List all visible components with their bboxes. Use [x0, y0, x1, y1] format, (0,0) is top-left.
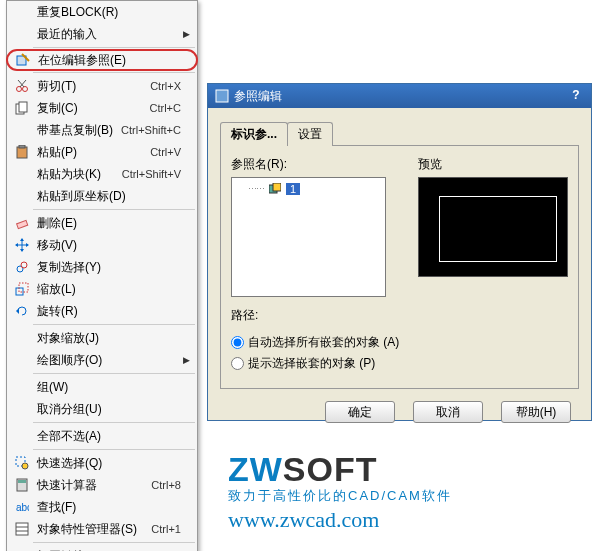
- menu-separator: [33, 324, 195, 325]
- logo-zw: ZW: [228, 450, 283, 488]
- svg-marker-15: [15, 243, 18, 247]
- radio-auto-select[interactable]: 自动选择所有嵌套的对象 (A): [231, 334, 568, 351]
- menu-icon-blank: [11, 378, 33, 396]
- menu-separator: [33, 373, 195, 374]
- menu-item[interactable]: 绘图顺序(O)▶: [7, 349, 197, 371]
- menu-item[interactable]: 打开链接: [7, 545, 197, 551]
- menu-separator: [33, 422, 195, 423]
- menu-item[interactable]: 剪切(T)Ctrl+X: [7, 75, 197, 97]
- menu-item[interactable]: 移动(V): [7, 234, 197, 256]
- menu-item-label: 全部不选(A): [33, 428, 183, 445]
- menu-item[interactable]: 缩放(L): [7, 278, 197, 300]
- menu-item[interactable]: 快速计算器Ctrl+8: [7, 474, 197, 496]
- dialog-help-button[interactable]: ?: [567, 88, 585, 104]
- menu-separator: [33, 72, 195, 73]
- menu-item[interactable]: 取消分组(U): [7, 398, 197, 420]
- radio-prompt-select[interactable]: 提示选择嵌套的对象 (P): [231, 355, 568, 372]
- menu-item[interactable]: 粘贴到原坐标(D): [7, 185, 197, 207]
- logo-url: www.zwcad.com: [228, 507, 452, 533]
- menu-item[interactable]: 对象特性管理器(S)Ctrl+1: [7, 518, 197, 540]
- logo-brand: ZWSOFT: [228, 450, 452, 489]
- menu-shortcut: Ctrl+V: [150, 146, 183, 158]
- submenu-arrow-icon: ▶: [183, 355, 193, 365]
- svg-rect-8: [17, 147, 27, 158]
- menu-icon-blank: [11, 187, 33, 205]
- menu-item[interactable]: 组(W): [7, 376, 197, 398]
- menu-item-label: 最近的输入: [33, 26, 183, 43]
- menu-item[interactable]: 复制选择(Y): [7, 256, 197, 278]
- block-icon: [268, 182, 282, 196]
- menu-shortcut: Ctrl+C: [150, 102, 183, 114]
- find-icon: abc: [11, 498, 33, 516]
- menu-icon-blank: [11, 165, 33, 183]
- menu-item-label: 快速计算器: [33, 477, 151, 494]
- ref-name-label: 参照名(R):: [231, 156, 406, 173]
- menu-item-label: 移动(V): [33, 237, 183, 254]
- menu-item[interactable]: 粘贴为块(K)Ctrl+Shift+V: [7, 163, 197, 185]
- svg-rect-32: [273, 183, 281, 191]
- menu-item[interactable]: 带基点复制(B)Ctrl+Shift+C: [7, 119, 197, 141]
- menu-item[interactable]: 粘贴(P)Ctrl+V: [7, 141, 197, 163]
- menu-item[interactable]: 复制(C)Ctrl+C: [7, 97, 197, 119]
- tree-node[interactable]: ⋯⋯ 1: [236, 182, 381, 196]
- context-menu: 重复BLOCK(R)最近的输入▶在位编辑参照(E)剪切(T)Ctrl+X复制(C…: [6, 0, 198, 551]
- reference-tree[interactable]: ⋯⋯ 1: [231, 177, 386, 297]
- menu-item[interactable]: 删除(E): [7, 212, 197, 234]
- menu-separator: [33, 542, 195, 543]
- radio-prompt-label: 提示选择嵌套的对象 (P): [248, 355, 375, 372]
- zwsoft-logo: ZWSOFT 致力于高性价比的CAD/CAM软件 www.zwcad.com: [228, 450, 452, 533]
- logo-tagline: 致力于高性价比的CAD/CAM软件: [228, 487, 452, 505]
- menu-icon-blank: [11, 121, 33, 139]
- menu-item-label: 粘贴(P): [33, 144, 150, 161]
- tab-settings[interactable]: 设置: [287, 122, 333, 146]
- menu-icon-blank: [11, 351, 33, 369]
- menu-item[interactable]: 全部不选(A): [7, 425, 197, 447]
- menu-icon-blank: [11, 3, 33, 21]
- menu-item-label: 取消分组(U): [33, 401, 183, 418]
- menu-item-label: 对象特性管理器(S): [33, 521, 151, 538]
- tab-panel-identify: 参照名(R): ⋯⋯ 1 预览: [220, 145, 579, 389]
- copy-icon: [11, 99, 33, 117]
- menu-item[interactable]: 最近的输入▶: [7, 23, 197, 45]
- preview-label: 预览: [418, 156, 568, 173]
- svg-text:abc: abc: [16, 502, 29, 513]
- menu-item[interactable]: 在位编辑参照(E): [6, 49, 198, 71]
- menu-shortcut: Ctrl+Shift+C: [121, 124, 183, 136]
- ok-button[interactable]: 确定: [325, 401, 395, 423]
- logo-soft: SOFT: [283, 450, 378, 488]
- tab-identify[interactable]: 标识参...: [220, 122, 288, 146]
- cut-icon: [11, 77, 33, 95]
- svg-rect-10: [17, 220, 28, 228]
- radio-auto-label: 自动选择所有嵌套的对象 (A): [248, 334, 399, 351]
- radio-auto-input[interactable]: [231, 336, 244, 349]
- menu-item[interactable]: 旋转(R): [7, 300, 197, 322]
- reference-edit-dialog: 参照编辑 ? 标识参... 设置 参照名(R): ⋯⋯: [207, 83, 592, 421]
- rotate-icon: [11, 302, 33, 320]
- menu-item-label: 组(W): [33, 379, 183, 396]
- move-icon: [11, 236, 33, 254]
- menu-item-label: 绘图顺序(O): [33, 352, 183, 369]
- svg-rect-30: [216, 90, 228, 102]
- submenu-arrow-icon: ▶: [183, 29, 193, 39]
- svg-point-3: [23, 87, 28, 92]
- menu-item-label: 旋转(R): [33, 303, 183, 320]
- cancel-button[interactable]: 取消: [413, 401, 483, 423]
- help-button[interactable]: 帮助(H): [501, 401, 571, 423]
- radio-prompt-input[interactable]: [231, 357, 244, 370]
- svg-rect-9: [19, 145, 25, 148]
- menu-item-label: 复制(C): [33, 100, 150, 117]
- menu-item[interactable]: 重复BLOCK(R): [7, 1, 197, 23]
- menu-item-label: 打开链接: [33, 548, 183, 552]
- copysel-icon: [11, 258, 33, 276]
- menu-item[interactable]: 对象缩放(J): [7, 327, 197, 349]
- tree-connector: ⋯⋯: [248, 184, 264, 194]
- menu-item-label: 粘贴为块(K): [33, 166, 122, 183]
- menu-item[interactable]: 快速选择(Q): [7, 452, 197, 474]
- menu-item-label: 重复BLOCK(R): [33, 4, 183, 21]
- svg-rect-7: [19, 102, 27, 112]
- menu-icon-blank: [11, 25, 33, 43]
- props-icon: [11, 520, 33, 538]
- menu-item[interactable]: abc查找(F): [7, 496, 197, 518]
- menu-item-label: 复制选择(Y): [33, 259, 183, 276]
- menu-icon-blank: [11, 427, 33, 445]
